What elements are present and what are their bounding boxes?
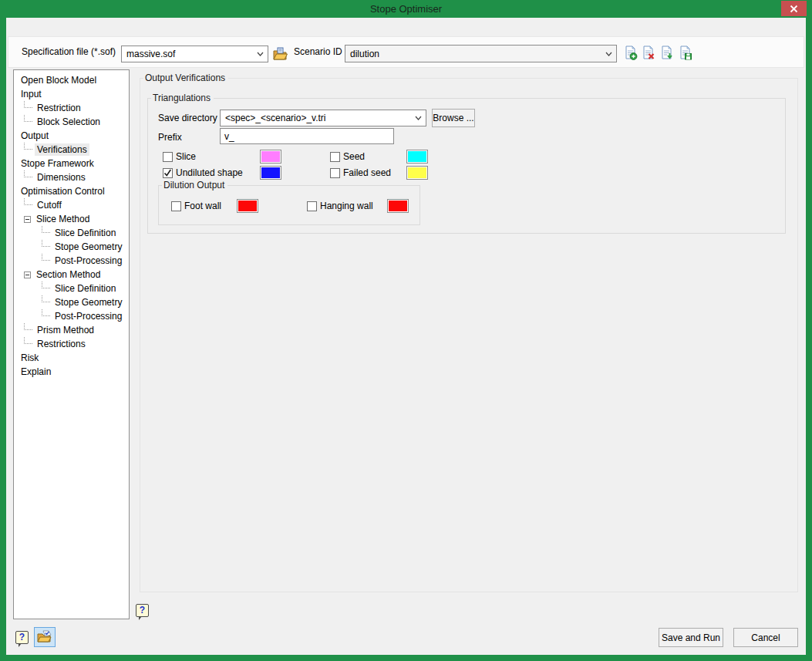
tree-item-label: Output [19,130,51,142]
tree-item-label: Restrictions [35,338,88,350]
tree-connector [24,337,32,344]
tree-item[interactable]: Risk [14,351,129,365]
expander-minus-icon[interactable] [24,216,31,223]
open-folder-icon [271,46,288,62]
dialog-body: Specification file (*.sof) massive.sof S… [6,18,806,655]
dialog-help-button[interactable]: ? [15,631,29,644]
dilution-output-title: Dilution Output [162,180,227,191]
tree-item-label: Restriction [35,102,83,114]
save-directory-label: Save directory [158,112,217,125]
panel-help-button[interactable]: ? [136,604,149,617]
save-directory-combobox[interactable]: <spec>_<scenario>_v.tri [220,110,426,126]
output-verifications-title: Output Verifications [143,73,228,83]
tree-item-label: Input [19,88,44,100]
tree-item[interactable]: Restriction [14,101,129,115]
tree-item-label: Stope Geometry [52,241,124,253]
color-swatch-button[interactable] [260,166,281,180]
color-swatch-button[interactable] [406,166,428,180]
checkbox-box[interactable] [330,152,340,162]
checkbox-box[interactable] [163,152,173,162]
scenario-id-combobox[interactable]: dilution [345,45,617,62]
checkbox-label: Seed [343,151,365,162]
tree-item[interactable]: Cutoff [14,198,129,212]
scenario-save-button[interactable] [678,46,693,61]
tree-item[interactable]: Stope Geometry [14,295,129,309]
question-mark-icon: ? [19,632,25,642]
tree-item-label: Verifications [35,143,89,156]
tree-item[interactable]: Post-Processing [14,254,129,268]
tree-item[interactable]: Section Method [14,268,129,282]
open-spec-file-button[interactable] [271,46,287,61]
checkbox-item[interactable]: Foot wall [171,201,237,211]
tree-item[interactable]: Prism Method [14,323,129,337]
question-mark-icon: ? [140,605,145,615]
tree-item[interactable]: Open Block Model [14,73,129,87]
chevron-down-icon [257,51,264,57]
spec-file-combobox[interactable]: massive.sof [121,46,268,62]
checkbox-label: Undiluted shape [176,167,243,178]
tree-item[interactable]: Optimisation Control [14,184,129,198]
title-bar[interactable]: Stope Optimiser [0,0,812,18]
color-swatch-button[interactable] [406,150,428,164]
tree-item[interactable]: Input [14,87,129,101]
navigation-tree: Open Block Model Input Restriction Block… [13,69,130,619]
browse-button[interactable]: Browse ... [432,109,475,127]
checkbox-item[interactable]: Failed seed [330,167,406,178]
tree-connector [24,143,32,150]
tree-item[interactable]: Explain [14,365,129,379]
tree-connector [42,240,50,247]
tree-item-label: Block Selection [35,116,103,128]
window-title: Stope Optimiser [0,0,812,18]
save-and-run-button[interactable]: Save and Run [659,628,723,647]
tree-item-label: Dimensions [35,171,88,184]
tree-connector [24,115,32,122]
tree-item[interactable]: Stope Geometry [14,240,129,254]
tree-item-label: Risk [19,352,41,364]
checkbox-item[interactable]: Seed [330,151,406,162]
tree-item-label: Cutoff [35,199,64,211]
expander-minus-icon[interactable] [24,271,31,278]
checkbox-item[interactable]: Undiluted shape [163,167,260,178]
folder-toggle-button[interactable] [34,627,56,647]
tree-item-label: Open Block Model [19,74,99,86]
dilution-checkboxes: Foot wall Hanging wall [171,199,418,213]
color-swatch-button[interactable] [387,199,409,213]
prefix-input[interactable]: v_ [220,128,394,144]
tree-item[interactable]: Verifications [14,143,129,157]
checkbox-box[interactable] [163,168,173,178]
tree-connector [24,170,32,177]
tree-item-label: Prism Method [35,324,96,336]
scenario-import-button[interactable] [659,46,675,61]
scenario-add-button[interactable] [623,46,638,61]
checkbox-item[interactable]: Slice [163,151,260,162]
checkbox-item[interactable]: Hanging wall [307,201,387,211]
scenario-id-label: Scenario ID [294,46,342,59]
tree-item[interactable]: Block Selection [14,115,129,129]
tree-connector [24,323,32,330]
scenario-add-icon [623,46,638,60]
prefix-label: Prefix [158,131,182,144]
tree-item-label: Post-Processing [52,310,124,322]
checkbox-box[interactable] [330,168,340,178]
tree-item[interactable]: Post-Processing [14,309,129,323]
scenario-delete-button[interactable] [641,46,656,61]
tree-item[interactable]: Stope Framework [14,157,129,170]
save-directory-value: <spec>_<scenario>_v.tri [225,113,326,123]
tree-item-label: Optimisation Control [19,185,107,197]
tree-item[interactable]: Output [14,129,129,143]
tree-item-label: Slice Definition [52,227,118,239]
tree-item[interactable]: Slice Definition [14,282,129,295]
chevron-down-icon [605,51,612,57]
tree-item[interactable]: Dimensions [14,170,129,184]
tree-item[interactable]: Slice Definition [14,226,129,240]
tree-item[interactable]: Slice Method [14,212,129,226]
color-swatch-button[interactable] [237,199,258,213]
scenario-delete-icon [641,46,655,60]
checkbox-box[interactable] [307,201,317,211]
cancel-button[interactable]: Cancel [733,628,798,647]
color-swatch-button[interactable] [260,150,281,164]
close-button[interactable] [781,1,807,16]
tree-item[interactable]: Restrictions [14,337,129,351]
tree-connector [42,282,50,288]
checkbox-box[interactable] [171,201,181,211]
